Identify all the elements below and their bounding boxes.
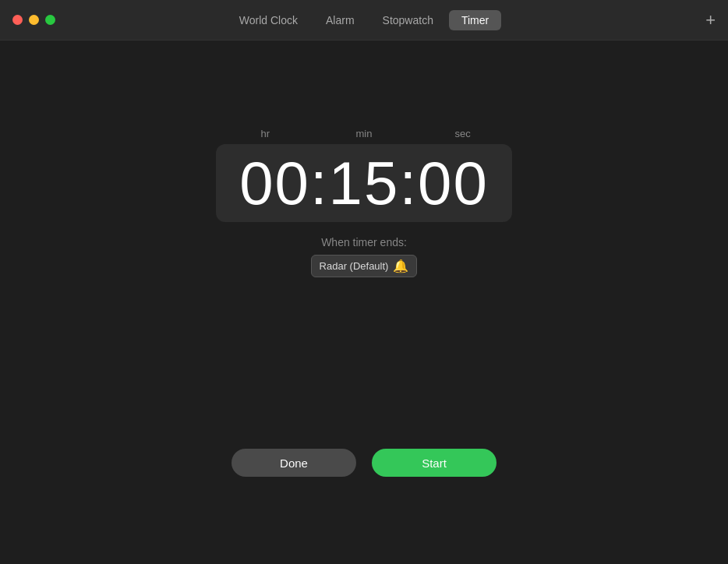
timer-display[interactable]: 00:15:00	[216, 144, 512, 222]
timer-digits: 00:15:00	[239, 153, 489, 213]
buttons-section: Done Start	[231, 449, 497, 477]
sound-selector[interactable]: Radar (Default) 🔔	[311, 255, 418, 277]
minimize-button[interactable]	[29, 15, 39, 25]
sound-name: Radar (Default)	[320, 260, 389, 272]
timer-section: hr min sec 00:15:00 When timer ends: Rad…	[216, 128, 512, 277]
sec-label: sec	[432, 128, 494, 139]
sound-icon: 🔔	[393, 259, 408, 273]
close-button[interactable]	[12, 15, 23, 25]
time-labels: hr min sec	[216, 128, 512, 139]
timer-end-section: When timer ends: Radar (Default) 🔔	[311, 236, 418, 277]
traffic-lights	[12, 15, 55, 25]
tab-alarm[interactable]: Alarm	[313, 10, 367, 30]
tab-bar: World Clock Alarm Stopwatch Timer	[227, 10, 501, 30]
tab-stopwatch[interactable]: Stopwatch	[370, 10, 446, 30]
add-button[interactable]: +	[705, 12, 716, 29]
tab-timer[interactable]: Timer	[449, 10, 501, 30]
tab-world-clock[interactable]: World Clock	[227, 10, 310, 30]
done-button[interactable]: Done	[231, 449, 356, 477]
start-button[interactable]: Start	[372, 449, 497, 477]
maximize-button[interactable]	[45, 15, 55, 25]
hr-label: hr	[234, 128, 296, 139]
min-label: min	[333, 128, 395, 139]
when-timer-ends-label: When timer ends:	[321, 236, 407, 249]
titlebar: World Clock Alarm Stopwatch Timer +	[0, 0, 728, 41]
main-content: hr min sec 00:15:00 When timer ends: Rad…	[0, 41, 728, 564]
